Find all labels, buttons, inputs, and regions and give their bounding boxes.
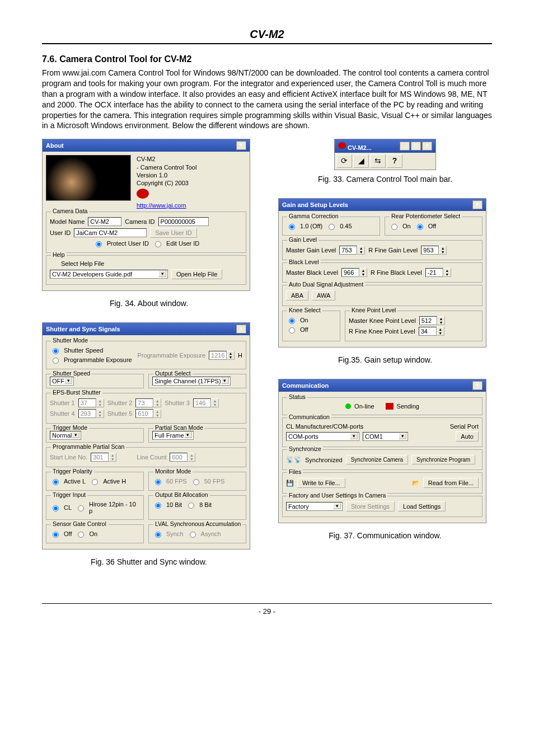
prog-exp-value[interactable]: 1216 (209, 351, 227, 360)
prog-exposure-radio[interactable] (53, 358, 59, 364)
user-id-field[interactable]: JaiCam CV-M2 (74, 228, 147, 237)
spinner-icon[interactable]: ▲▼ (153, 409, 161, 418)
sending-led-icon (386, 403, 394, 410)
line-count-label: Line Count (137, 454, 166, 461)
output-select-combo[interactable]: Single Channel (17FPS) (152, 377, 231, 386)
status-group: Status (287, 393, 307, 400)
spinner-icon[interactable]: ▲▼ (211, 398, 219, 407)
sensor-on-radio[interactable] (78, 532, 84, 538)
load-settings-button[interactable]: Load Settings (398, 501, 446, 511)
protect-user-id-radio[interactable] (96, 241, 102, 247)
rfine-black-val[interactable]: -21 (425, 268, 443, 277)
close-icon[interactable]: × (422, 142, 432, 151)
hirose-radio[interactable] (78, 505, 84, 511)
mainbar-window: CV-M2... _ □ × ⟳ ◢ ⇆ ? (334, 139, 436, 170)
asynch-label: Asynch (201, 530, 221, 537)
aba-button[interactable]: ABA (286, 290, 308, 300)
spinner-icon[interactable]: ▲▼ (443, 268, 451, 277)
factory-combo[interactable]: Factory (286, 502, 343, 511)
active-l-radio[interactable] (53, 479, 59, 485)
start-line-val[interactable]: 301 (91, 453, 109, 462)
maximize-icon[interactable]: □ (411, 142, 421, 151)
master-gain-val[interactable]: 753 (339, 246, 357, 255)
auto-button[interactable]: Auto (456, 431, 479, 442)
bit8-radio[interactable] (188, 503, 194, 509)
select-help-label: Select Help File (61, 260, 242, 267)
cl-radio[interactable] (53, 505, 59, 511)
save-user-id-button[interactable]: Save User ID (150, 228, 196, 238)
about-link[interactable]: http://www.jai.com (137, 202, 186, 209)
sync-program-button[interactable]: Synchronize Program (411, 455, 475, 464)
comm-title: Communication (282, 382, 329, 389)
model-name-label: Model Name (50, 218, 85, 225)
network-icon[interactable]: ⇆ (370, 154, 386, 168)
sensor-gate-group: Sensor Gate Control (51, 520, 108, 527)
spinner-icon[interactable]: ▲▼ (359, 268, 367, 277)
synch-radio[interactable] (155, 532, 161, 538)
trig-input-group: Trigger Input (51, 491, 87, 498)
close-icon[interactable]: × (472, 381, 483, 390)
write-file-button[interactable]: Write to File... (297, 478, 345, 488)
rfine-knee-val[interactable]: 34 (419, 327, 437, 336)
spinner-icon[interactable]: ▲▼ (153, 398, 161, 407)
connect-icon[interactable]: ◢ (353, 154, 369, 168)
spinner-icon[interactable]: ▲▼ (188, 453, 195, 462)
rfine-gain-val[interactable]: 953 (421, 246, 439, 255)
spinner-icon[interactable]: ▲▼ (439, 246, 447, 255)
gamma-10-label: 1.0 (Off) (300, 223, 322, 229)
spinner-icon[interactable]: ▲▼ (437, 327, 444, 336)
close-icon[interactable]: × (236, 325, 246, 334)
page-header: CV-M2 (42, 28, 492, 41)
com-ports-combo[interactable]: COM-ports (286, 432, 359, 441)
gamma-045-radio[interactable] (329, 224, 335, 230)
bit10-radio[interactable] (155, 503, 161, 509)
shutter-speed-radio[interactable] (53, 348, 59, 354)
sh4-val[interactable]: 293 (78, 409, 96, 418)
sh1-val[interactable]: 37 (78, 398, 96, 407)
asynch-radio[interactable] (190, 532, 196, 538)
spinner-icon[interactable]: ▲▼ (227, 351, 235, 360)
spinner-icon[interactable]: ▲▼ (437, 316, 445, 325)
master-black-val[interactable]: 966 (341, 268, 359, 277)
spinner-icon[interactable]: ▲▼ (109, 453, 116, 462)
cl-ports-label: CL Manufacturer/COM-ports (286, 423, 363, 430)
minimize-icon[interactable]: _ (400, 142, 410, 151)
gamma-10-radio[interactable] (289, 224, 295, 230)
awa-button[interactable]: AWA (312, 290, 335, 300)
fps60-radio[interactable] (155, 479, 161, 485)
shutter-speed-combo[interactable]: OFF (50, 377, 74, 386)
knee-on-radio[interactable] (289, 318, 295, 324)
close-icon[interactable]: × (236, 141, 246, 150)
spinner-icon[interactable]: ▲▼ (96, 409, 104, 418)
line-count-val[interactable]: 600 (170, 453, 188, 462)
store-settings-button[interactable]: Store Settings (346, 501, 395, 511)
edit-user-id-radio[interactable] (155, 241, 161, 247)
sh2-val[interactable]: 73 (135, 398, 153, 407)
spinner-icon[interactable]: ▲▼ (357, 246, 365, 255)
sh5-val[interactable]: 610 (135, 409, 153, 418)
knee-on-label: On (300, 317, 308, 323)
open-help-button[interactable]: Open Help File (171, 269, 222, 279)
sync-camera-button[interactable]: Synchronize Camera (346, 455, 408, 464)
close-icon[interactable]: × (472, 200, 483, 209)
sh2-label: Shutter 2 (107, 400, 133, 406)
active-h-radio[interactable] (92, 479, 98, 485)
spinner-icon[interactable]: ▲▼ (96, 398, 104, 407)
knee-off-radio[interactable] (289, 327, 295, 334)
fps50-radio[interactable] (193, 479, 199, 485)
refresh-icon[interactable]: ⟳ (336, 154, 352, 168)
partial-scan-combo[interactable]: Full Frame (152, 431, 194, 440)
master-knee-val[interactable]: 512 (419, 316, 437, 325)
com1-combo[interactable]: COM1 (363, 432, 408, 441)
help-file-combo[interactable]: CV-M2 Developers Guide.pdf (50, 270, 168, 279)
camera-data-group: Camera Data (51, 208, 89, 214)
help-icon[interactable]: ? (387, 154, 402, 168)
sh3-val[interactable]: 146 (193, 398, 211, 407)
rear-off-radio[interactable] (417, 224, 423, 230)
about-product-image (46, 155, 131, 201)
read-file-button[interactable]: Read from File... (423, 478, 479, 488)
rear-on-radio[interactable] (391, 224, 397, 230)
trigger-mode-combo[interactable]: Normal (50, 431, 81, 440)
serial-port-label: Serial Port (450, 423, 479, 430)
sensor-off-radio[interactable] (53, 532, 59, 538)
